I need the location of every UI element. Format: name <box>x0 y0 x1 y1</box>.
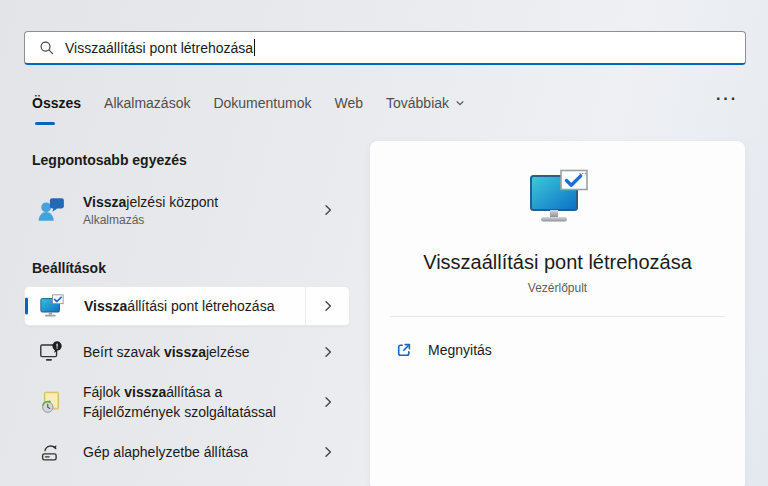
result-file-history[interactable]: Fájlok visszaállítása a Fájlelőzmények s… <box>24 376 350 428</box>
best-match-title: Visszajelzési központ <box>83 194 306 210</box>
preview-panel: Visszaállítási pont létrehozása Vezérlőp… <box>370 141 745 486</box>
result-reset-pc[interactable]: Gép alaphelyzetbe állítása <box>24 432 350 472</box>
chevron-right-icon[interactable] <box>306 332 350 372</box>
reset-pc-icon <box>38 439 64 465</box>
settings-results-list: Visszaállítási pont létrehozása Beírt sz… <box>24 286 350 472</box>
tab-web[interactable]: Web <box>334 95 363 125</box>
file-history-icon <box>38 389 64 415</box>
search-input[interactable]: Visszaállítási pont létrehozása <box>24 31 746 65</box>
result-label: Visszaállítási pont létrehozása <box>84 296 305 316</box>
search-icon <box>39 40 55 56</box>
chevron-right-icon[interactable] <box>305 287 349 325</box>
best-match-text: Visszajelzési központ Alkalmazás <box>83 194 306 227</box>
chevron-right-icon[interactable] <box>306 432 350 472</box>
search-filter-tabs: Összes Alkalmazások Dokumentumok Web Tov… <box>32 95 465 125</box>
result-label: Beírt szavak visszajelzése <box>83 342 306 362</box>
text-caret <box>254 39 255 56</box>
tab-more[interactable]: Továbbiak <box>386 95 465 125</box>
best-match-header: Legpontosabb egyezés <box>32 152 187 168</box>
open-action-label: Megnyitás <box>428 342 492 358</box>
restore-point-icon <box>39 293 65 319</box>
result-label: Fájlok visszaállítása a Fájlelőzmények s… <box>83 382 306 422</box>
result-create-restore-point[interactable]: Visszaállítási pont létrehozása <box>24 286 350 326</box>
search-query-text: Visszaállítási pont létrehozása <box>65 40 253 56</box>
chevron-right-icon[interactable] <box>306 376 350 428</box>
result-label: Gép alaphelyzetbe állítása <box>83 442 306 462</box>
tab-all[interactable]: Összes <box>32 95 81 125</box>
divider <box>390 316 725 317</box>
tab-documents[interactable]: Dokumentumok <box>213 95 311 125</box>
result-typing-feedback[interactable]: Beírt szavak visszajelzése <box>24 332 350 372</box>
preview-title: Visszaállítási pont létrehozása <box>423 251 692 274</box>
feedback-hub-icon <box>36 195 66 225</box>
open-external-icon <box>395 341 413 359</box>
tab-more-label: Továbbiak <box>386 95 449 111</box>
settings-header: Beállítások <box>32 260 106 276</box>
chevron-down-icon <box>455 98 465 108</box>
restore-point-large-icon <box>524 168 592 230</box>
best-match-subtitle: Alkalmazás <box>83 213 306 227</box>
best-match-item[interactable]: Visszajelzési központ Alkalmazás <box>24 182 350 238</box>
tab-apps[interactable]: Alkalmazások <box>104 95 190 125</box>
more-options-button[interactable]: ··· <box>712 90 742 108</box>
chevron-right-icon[interactable] <box>306 182 350 238</box>
preview-subtitle: Vezérlőpult <box>528 281 587 295</box>
typing-feedback-icon <box>38 339 64 365</box>
open-action[interactable]: Megnyitás <box>370 333 745 367</box>
